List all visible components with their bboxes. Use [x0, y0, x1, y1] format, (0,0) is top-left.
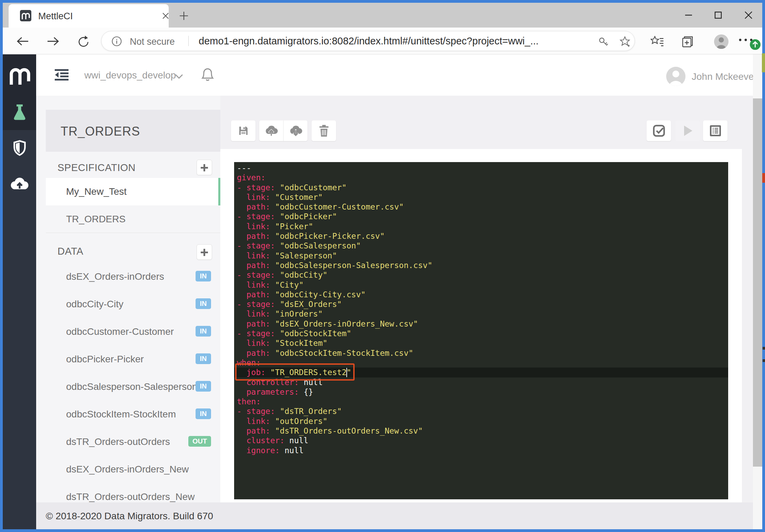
code-line: ignore: null: [234, 446, 728, 455]
sidebar-item-deploy[interactable]: [3, 177, 36, 190]
sidebar-toggle-icon[interactable]: [54, 69, 69, 82]
code-line: - stage: "dsEX_Orders": [234, 299, 728, 309]
validate-button[interactable]: [647, 120, 671, 141]
data-item[interactable]: dsTR_Orders-outOrdersOUT: [46, 428, 220, 455]
cloud-down-icon: [289, 125, 302, 136]
data-item[interactable]: odbcCity-CityIN: [46, 290, 220, 318]
page-scrollbar[interactable]: [753, 54, 762, 529]
code-line: link: "outOrders": [234, 416, 728, 426]
spec-item[interactable]: My_New_Test: [46, 178, 220, 205]
favorites-bar-icon[interactable]: [650, 36, 664, 47]
code-line: - stage: "odbcPicker": [234, 212, 728, 221]
direction-badge: OUT: [188, 436, 211, 447]
edge-artifact-dash2: [763, 359, 765, 362]
code-line: path: "odbcSalesperson-Salesperson.csv": [234, 260, 728, 270]
browser-tab[interactable]: MettleCI: [9, 4, 169, 28]
sidebar-item-compliance[interactable]: [3, 140, 36, 156]
direction-badge: IN: [196, 271, 211, 281]
direction-badge: IN: [196, 298, 211, 309]
text-cursor: [346, 368, 347, 377]
play-icon: [683, 125, 693, 137]
data-item[interactable]: odbcStockItem-StockItemIN: [46, 400, 220, 428]
code-line: given:: [234, 173, 728, 182]
spec-item[interactable]: TR_ORDERS: [46, 205, 220, 233]
code-line: parameters: {}: [234, 387, 728, 397]
sidebar-item-tests[interactable]: [3, 96, 36, 130]
left-panel: TR_ORDERS SPECIFICATIONMy_New_TestTR_ORD…: [36, 96, 220, 502]
check-square-icon: [653, 125, 665, 137]
panel-title-box: TR_ORDERS: [46, 110, 220, 152]
data-item[interactable]: odbcPicker-PickerIN: [46, 345, 220, 373]
code-line: path: "dsTR_Orders-outOrders_New.csv": [234, 426, 728, 436]
browser-profile-avatar[interactable]: [714, 34, 729, 49]
site-info-icon[interactable]: [111, 36, 122, 47]
direction-badge: IN: [196, 381, 211, 392]
chevron-down-icon[interactable]: [175, 74, 184, 80]
data-item[interactable]: dsEX_Orders-inOrdersIN: [46, 263, 220, 290]
code-line: - stage: "odbcCity": [234, 270, 728, 280]
code-line: cluster: null: [234, 436, 728, 445]
code-line: - stage: "odbcCustomer": [234, 183, 728, 192]
forward-button[interactable]: [46, 35, 60, 47]
add-data-button[interactable]: [197, 244, 212, 260]
code-line: ---: [234, 163, 728, 173]
mettleci-favicon-icon: [20, 10, 31, 21]
minimize-button[interactable]: [683, 10, 694, 21]
code-line: link: "Customer": [234, 192, 728, 202]
notifications-bell-icon[interactable]: [201, 67, 214, 83]
direction-badge: IN: [196, 408, 211, 419]
edit-highlight-box: [235, 363, 355, 381]
refresh-button[interactable]: [76, 35, 91, 48]
browser-titlebar: MettleCI: [3, 3, 762, 28]
editor-card: ---given:- stage: "odbcCustomer" link: "…: [220, 149, 742, 502]
copyright-text: © 2018-2020 Data Migrators. Build 670: [46, 511, 213, 522]
security-label[interactable]: Not secure: [130, 36, 175, 47]
run-button[interactable]: [675, 120, 700, 141]
checkout-button[interactable]: [259, 120, 283, 141]
direction-badge: IN: [196, 353, 211, 364]
code-line: then:: [234, 397, 728, 406]
maximize-button[interactable]: [713, 10, 724, 21]
code-line: link: "City": [234, 280, 728, 290]
favorite-star-icon[interactable]: [619, 36, 631, 47]
update-badge-icon[interactable]: [750, 39, 761, 50]
user-avatar[interactable]: [666, 67, 685, 86]
save-button[interactable]: [231, 120, 255, 141]
address-bar[interactable]: Not secure demo1-engn.datamigrators.io:8…: [101, 31, 635, 51]
close-button[interactable]: [743, 10, 754, 21]
app-sidebar: [3, 54, 36, 529]
delete-button[interactable]: [312, 120, 336, 141]
panel-title: TR_ORDERS: [61, 124, 140, 139]
project-selector[interactable]: wwi_devops_develop: [84, 70, 176, 81]
user-name[interactable]: John Mckeever: [692, 71, 757, 82]
code-line: - stage: "odbcSalesperson": [234, 241, 728, 251]
collections-icon[interactable]: [681, 35, 694, 48]
browser-navbar: Not secure demo1-engn.datamigrators.io:8…: [3, 28, 762, 54]
content-area: TR_ORDERS SPECIFICATIONMy_New_TestTR_ORD…: [36, 96, 753, 502]
code-line: path: "odbcCustomer-Customer.csv": [234, 202, 728, 212]
back-button[interactable]: [16, 35, 30, 47]
app-footer: © 2018-2020 Data Migrators. Build 670: [36, 502, 753, 529]
list-icon: [709, 125, 722, 137]
tab-title: MettleCI: [38, 11, 73, 22]
url-text[interactable]: demo1-engn.datamigrators.io:8082/index.h…: [199, 35, 538, 47]
code-line: path: "odbcStockItem-StockItem.csv": [234, 348, 728, 358]
app-header: wwi_devops_develop John Mckeever: [36, 54, 753, 96]
save-icon: [238, 125, 249, 136]
code-line: link: "Picker": [234, 222, 728, 231]
yaml-editor[interactable]: ---given:- stage: "odbcCustomer" link: "…: [234, 162, 728, 499]
password-key-icon[interactable]: [597, 36, 609, 47]
data-item[interactable]: odbcSalesperson-SalespersonIN: [46, 373, 220, 400]
checkin-button[interactable]: [283, 120, 307, 141]
tab-close-icon[interactable]: [161, 12, 170, 20]
results-button[interactable]: [703, 120, 727, 141]
mettleci-logo[interactable]: [3, 54, 36, 96]
code-line: - stage: "odbcStockItem": [234, 329, 728, 338]
scrollbar-thumb[interactable]: [753, 98, 762, 467]
code-line: link: "StockItem": [234, 338, 728, 348]
add-specification-button[interactable]: [197, 160, 212, 175]
data-item[interactable]: dsEX_Orders-inOrders_New: [46, 455, 220, 483]
section-label-specification: SPECIFICATION: [57, 162, 136, 173]
new-tab-button[interactable]: [179, 11, 189, 21]
data-item[interactable]: odbcCustomer-CustomerIN: [46, 318, 220, 345]
